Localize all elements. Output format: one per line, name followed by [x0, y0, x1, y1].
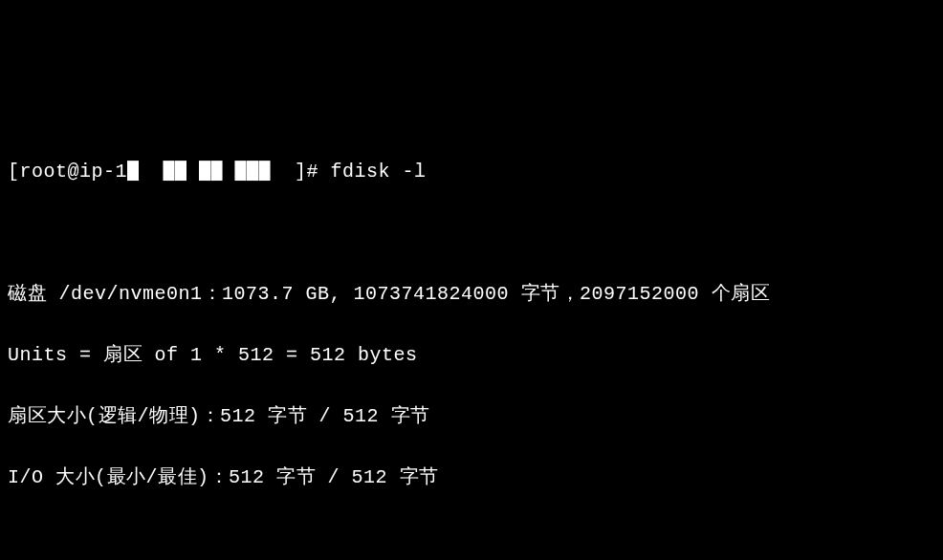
blank-line — [8, 218, 935, 248]
terminal-output: [root@ip-1█ ██ ██ ███ ]# fdisk -l 磁盘 /de… — [8, 126, 935, 560]
disk1-units: Units = 扇区 of 1 * 512 = 512 bytes — [8, 340, 935, 371]
prompt-redacted-host: 1█ ██ ██ ███ — [116, 161, 296, 183]
command-text: fdisk -l — [331, 161, 427, 183]
prompt-line[interactable]: [root@ip-1█ ██ ██ ███ ]# fdisk -l — [8, 157, 935, 187]
disk1-sector-size: 扇区大小(逻辑/物理)：512 字节 / 512 字节 — [8, 401, 935, 432]
prompt-prefix: [root@ip- — [8, 161, 116, 183]
prompt-suffix: ]# — [295, 161, 331, 183]
disk1-io-size: I/O 大小(最小/最佳)：512 字节 / 512 字节 — [8, 463, 935, 493]
blank-line — [8, 524, 935, 554]
disk1-header: 磁盘 /dev/nvme0n1：1073.7 GB, 1073741824000… — [8, 279, 935, 310]
